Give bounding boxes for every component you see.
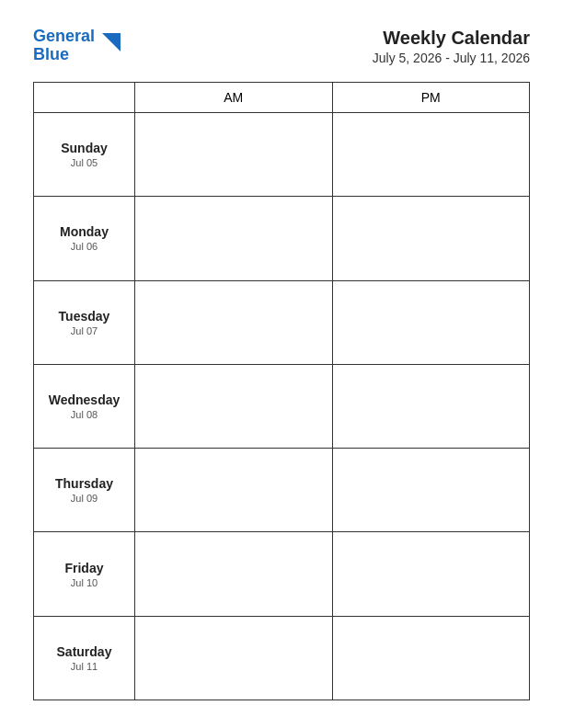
pm-cell — [332, 532, 530, 616]
day-cell: FridayJul 10 — [34, 532, 135, 616]
am-cell — [135, 364, 333, 448]
header: General Blue Weekly Calendar July 5, 202… — [33, 28, 530, 65]
table-row: FridayJul 10 — [34, 532, 530, 616]
pm-cell — [332, 280, 530, 364]
day-date: Jul 06 — [38, 241, 131, 252]
table-header-row: AM PM — [34, 83, 530, 113]
am-cell — [135, 532, 333, 616]
calendar-date-range: July 5, 2026 - July 11, 2026 — [373, 51, 530, 65]
day-date: Jul 11 — [38, 661, 131, 672]
day-cell: ThursdayJul 09 — [34, 449, 135, 532]
logo-general: General — [33, 27, 95, 45]
day-name: Monday — [38, 224, 131, 239]
am-cell — [135, 280, 333, 364]
table-row: ThursdayJul 09 — [34, 449, 530, 532]
pm-cell — [332, 197, 530, 280]
am-cell — [135, 113, 333, 197]
pm-cell — [332, 449, 530, 532]
day-date: Jul 08 — [38, 409, 131, 420]
day-date: Jul 10 — [38, 577, 131, 588]
logo-blue: Blue — [33, 45, 69, 63]
logo: General Blue — [33, 28, 121, 64]
day-name: Saturday — [38, 644, 131, 659]
day-name: Tuesday — [38, 309, 131, 324]
day-cell: WednesdayJul 08 — [34, 364, 135, 448]
col-header-day — [34, 83, 135, 113]
calendar-title: Weekly Calendar — [373, 28, 530, 49]
table-row: MondayJul 06 — [34, 197, 530, 280]
am-cell — [135, 616, 333, 700]
svg-marker-0 — [102, 33, 121, 51]
day-name: Sunday — [38, 141, 131, 155]
table-row: WednesdayJul 08 — [34, 364, 530, 448]
day-cell: SaturdayJul 11 — [34, 616, 135, 700]
day-date: Jul 09 — [38, 493, 131, 504]
header-right: Weekly Calendar July 5, 2026 - July 11, … — [373, 28, 530, 65]
pm-cell — [332, 364, 530, 448]
day-cell: MondayJul 06 — [34, 197, 135, 280]
logo-text: General Blue — [33, 28, 95, 64]
logo-icon — [98, 29, 121, 55]
pm-cell — [332, 616, 530, 700]
day-name: Thursday — [38, 476, 131, 491]
am-cell — [135, 197, 333, 280]
calendar-table: AM PM SundayJul 05MondayJul 06TuesdayJul… — [33, 82, 530, 700]
day-name: Friday — [38, 561, 131, 575]
col-header-pm: PM — [332, 83, 530, 113]
day-date: Jul 07 — [38, 325, 131, 336]
am-cell — [135, 449, 333, 532]
table-row: TuesdayJul 07 — [34, 280, 530, 364]
table-row: SaturdayJul 11 — [34, 616, 530, 700]
table-row: SundayJul 05 — [34, 113, 530, 197]
day-cell: SundayJul 05 — [34, 113, 135, 197]
pm-cell — [332, 113, 530, 197]
day-date: Jul 05 — [38, 157, 131, 168]
page: General Blue Weekly Calendar July 5, 202… — [0, 0, 563, 728]
day-name: Wednesday — [38, 392, 131, 407]
col-header-am: AM — [135, 83, 333, 113]
day-cell: TuesdayJul 07 — [34, 280, 135, 364]
